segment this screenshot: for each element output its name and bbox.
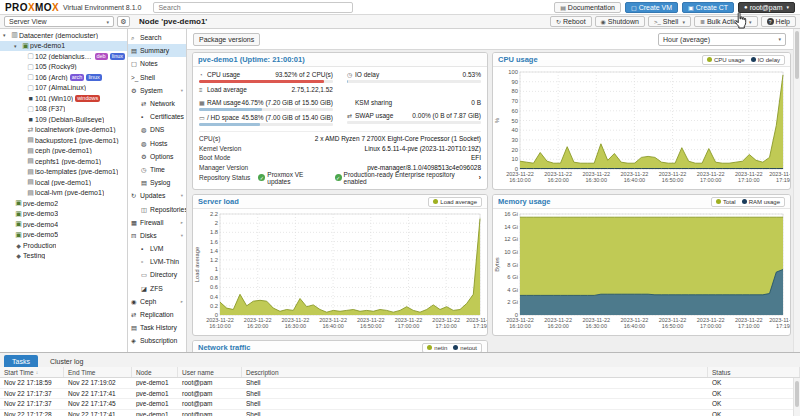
menu-item-lvm[interactable]: ▪LVM — [128, 242, 186, 255]
task-row[interactable]: Nov 22 17:17:37Nov 22 17:17:45pve-demo1r… — [0, 399, 800, 410]
svg-text:16 Gi: 16 Gi — [504, 211, 518, 217]
svg-text:40: 40 — [512, 127, 518, 133]
col-user-name[interactable]: User name — [178, 367, 242, 377]
tree-item-vm-108[interactable]: ▢108 (F37) — [0, 104, 127, 115]
global-search-input[interactable] — [153, 2, 353, 13]
content-scrollbar[interactable] — [793, 29, 800, 352]
tree-item-label: 106 (Arch) — [35, 74, 68, 81]
create-ct-button[interactable]: ▣Create CT — [682, 2, 734, 13]
menu-item-directory[interactable]: ▭Directory — [128, 268, 186, 281]
tree-item-vm-107[interactable]: ▢107 (AlmaLinux) — [0, 83, 127, 94]
menu-item-summary[interactable]: ▤Summary — [128, 44, 186, 57]
tree-item-pve-demo1[interactable]: ▾▣pve-demo1 — [0, 41, 127, 52]
menu-item-zfs[interactable]: ◪ZFS — [128, 282, 186, 295]
tree-item-vm-101[interactable]: ■101 (Win10)windows — [0, 93, 127, 104]
scrollbar-thumb[interactable] — [795, 381, 799, 407]
tree-item-vm-106[interactable]: ▢106 (Arch)archlinux — [0, 72, 127, 83]
menu-item-task-history[interactable]: ▤Task History — [128, 321, 186, 334]
package-versions-button[interactable]: Package versions — [193, 33, 260, 46]
menu-item-notes[interactable]: ▢Notes — [128, 57, 186, 70]
tree-item-vm-105[interactable]: ▢105 (Rocky9) — [0, 62, 127, 73]
menu-item-time[interactable]: ◷Time — [128, 163, 186, 176]
svg-text:17:19: 17:19 — [776, 177, 790, 183]
chevron-right-icon[interactable]: › — [479, 174, 481, 181]
bulk-actions-button[interactable]: ≣Bulk Actions▾ — [694, 16, 758, 27]
tree-item-local[interactable]: ▤local (pve-demo1) — [0, 177, 127, 188]
menu-item-dns[interactable]: ◍DNS — [128, 123, 186, 136]
view-options-button[interactable]: ⚙ — [117, 16, 130, 27]
tab-cluster-log[interactable]: Cluster log — [42, 355, 91, 367]
tree-item-local-lvm[interactable]: ▤local-lvm (pve-demo1) — [0, 188, 127, 199]
tree-item-localnetwork[interactable]: ⇄localnetwork (pve-demo1) — [0, 125, 127, 136]
node-status-panel: pve-demo1 (Uptime: 21:00:01) ◔CPU usage9… — [192, 52, 488, 190]
power-icon: ◉ — [601, 18, 606, 25]
tree-item-label: pve-demo1 — [30, 42, 65, 49]
menu-item-shell[interactable]: >_Shell — [128, 71, 186, 84]
chevron-down-icon[interactable]: ▾ — [749, 19, 752, 25]
scrollbar-thumb[interactable] — [795, 31, 799, 79]
reboot-button[interactable]: ↻Reboot — [550, 16, 592, 27]
tree-item-datacenter[interactable]: ▾▥Datacenter (democluster) — [0, 30, 127, 41]
menu-item-repositories[interactable]: ◫Repositories — [128, 202, 186, 215]
tree-item-pve-demo2[interactable]: ▣pve-demo2 — [0, 198, 127, 209]
menu-item-hosts[interactable]: ◍Hosts — [128, 137, 186, 150]
menu-item-replication[interactable]: ⇄Replication — [128, 308, 186, 321]
user-menu-button[interactable]: ●root@pam▾ — [738, 2, 795, 13]
task-row[interactable]: Nov 22 17:17:37Nov 22 17:17:41pve-demo1r… — [0, 389, 800, 400]
caret-icon[interactable]: ▾ — [3, 32, 10, 38]
tab-tasks[interactable]: Tasks — [4, 355, 38, 367]
tree-item-pve-demo5[interactable]: ▣pve-demo5 — [0, 230, 127, 241]
menu-item-disks[interactable]: ⊟Disks▾ — [128, 229, 186, 242]
tree-item-pve-demo4[interactable]: ▣pve-demo4 — [0, 219, 127, 230]
col-end-time[interactable]: End Time — [64, 367, 132, 377]
svg-text:8 Gi: 8 Gi — [507, 262, 518, 268]
menu-item-options[interactable]: ⚙Options — [128, 150, 186, 163]
svg-text:50: 50 — [512, 118, 518, 124]
tree-item-pool-testing[interactable]: ◆Testing — [0, 251, 127, 262]
menu-item-certificates[interactable]: ▪Certificates — [128, 110, 186, 123]
shell-button[interactable]: >_Shell▾ — [648, 16, 691, 27]
menu-item-subscription[interactable]: ◈Subscription — [128, 334, 186, 347]
svg-text:70: 70 — [512, 98, 518, 104]
svg-text:16:40:00: 16:40:00 — [624, 323, 645, 329]
load-icon: ≡ — [199, 87, 207, 93]
caret-icon[interactable]: ▾ — [14, 43, 21, 49]
svg-text:16:10:00: 16:10:00 — [509, 177, 530, 183]
cpu-usage-bar — [199, 80, 333, 83]
documentation-button[interactable]: ▤Documentation — [554, 2, 621, 13]
chevron-down-icon[interactable]: ▾ — [682, 19, 685, 25]
tree-item-cephfs1[interactable]: ▤cephfs1 (pve-demo1) — [0, 156, 127, 167]
menu-item-network[interactable]: ⇄Network — [128, 97, 186, 110]
tasks-scrollbar[interactable] — [793, 378, 800, 416]
menu-item-lvm-thin[interactable]: ▫LVM-Thin — [128, 255, 186, 268]
shutdown-button[interactable]: ◉Shutdown — [595, 16, 645, 27]
tree-item-iso-templates[interactable]: ▤iso-templates (pve-demo1) — [0, 167, 127, 178]
tree-item-pve-demo3[interactable]: ▣pve-demo3 — [0, 209, 127, 220]
refresh-icon: ↻ — [131, 192, 140, 199]
menu-item-firewall[interactable]: ▦Firewall▸ — [128, 216, 186, 229]
log-icon: ▤ — [141, 179, 150, 186]
menu-item-search[interactable]: ⌕Search — [128, 31, 186, 44]
col-status[interactable]: Status — [708, 367, 800, 377]
view-mode-select[interactable]: Server View▾ — [4, 16, 114, 27]
menu-item-updates[interactable]: ↻Updates▾ — [128, 189, 186, 202]
terminal-icon: >_ — [131, 74, 140, 81]
tree-item-vm-102[interactable]: ▢102 (debiancluster)deblinux — [0, 51, 127, 62]
help-button[interactable]: ?Help — [761, 16, 796, 27]
tree-item-vm-109[interactable]: ■109 (Debian-Bullseye) — [0, 114, 127, 125]
col-description[interactable]: Description — [242, 367, 708, 377]
task-row[interactable]: Nov 22 17:17:28Nov 22 17:17:41pve-demo1r… — [0, 410, 800, 416]
col-start-time[interactable]: Start Time↓ — [0, 367, 64, 377]
task-row[interactable]: Nov 22 17:18:59Nov 22 17:19:02pve-demo1r… — [0, 378, 800, 389]
menu-item-ceph[interactable]: ◉Ceph▸ — [128, 295, 186, 308]
menu-item-syslog[interactable]: ▤Syslog — [128, 176, 186, 189]
col-node[interactable]: Node — [132, 367, 178, 377]
tree-item-pool-production[interactable]: ◆Production — [0, 240, 127, 251]
tree-item-backupstore1[interactable]: ▤backupstore1 (pve-demo1) — [0, 135, 127, 146]
time-range-select[interactable]: Hour (average)▾ — [658, 33, 786, 46]
menu-item-system[interactable]: ⚙System▾ — [128, 84, 186, 97]
tree-item-label: pve-demo3 — [23, 210, 58, 217]
tree-item-ceph-storage[interactable]: ▤ceph (pve-demo1) — [0, 146, 127, 157]
io-delay-bar — [347, 80, 481, 83]
create-vm-button[interactable]: ▢Create VM — [625, 2, 678, 13]
